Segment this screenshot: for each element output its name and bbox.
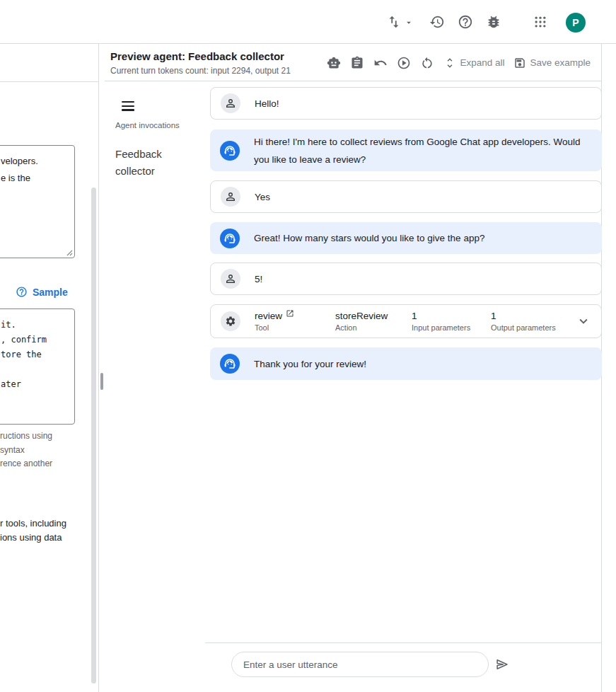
token-count-subtitle: Current turn tokens count: input 2294, o… [110,66,291,76]
agent-avatar-icon [220,229,240,248]
scrollbar-thumb[interactable] [91,188,96,684]
agent-avatar-icon [220,141,240,161]
expand-all-button[interactable]: Expand all [443,57,504,69]
copy-conversation-button[interactable] [350,56,364,70]
undo-button[interactable] [373,56,388,70]
restart-icon [420,56,434,70]
import-export-dropdown-button[interactable] [404,18,414,28]
user-message: 5! [210,263,602,295]
history-icon [429,14,445,30]
message-text: 5! [255,270,262,288]
goal-text-line: e is the [1,170,69,187]
chevron-down-icon [576,313,591,329]
dropdown-caret-icon [404,18,414,28]
input-params-label: Input parameters [412,323,491,332]
preview-toolbar: Expand all Save example [327,44,591,81]
bug-report-button[interactable] [486,14,501,30]
topbar: P [0,0,616,44]
user-message: Hello! [210,87,602,120]
agent-message: Thank you for your review! [210,347,602,380]
send-button[interactable] [494,657,510,672]
save-example-button[interactable]: Save example [513,57,591,69]
hint-line: syntax [0,444,52,458]
section-divider [0,81,99,82]
instruction-text-line: , confirm [1,333,71,347]
invocation-item-feedback-collector[interactable]: Feedback collector [115,146,194,180]
agent-message: Great! How many stars would you like to … [210,222,602,254]
tool-name: review [255,311,282,321]
input-params-count: 1 [412,311,491,321]
unfold-more-icon [443,57,456,69]
tool-type-label: Tool [255,323,335,332]
sample-row: Sample [16,286,68,298]
expand-all-label: Expand all [460,57,504,68]
output-params-count: 1 [491,311,576,321]
action-name: storeReview [335,311,412,321]
user-message: Yes [210,180,602,213]
resize-handle-icon[interactable] [66,250,73,256]
message-text: Great! How many stars would you like to … [254,229,484,247]
panel-resize-handle[interactable] [100,373,103,390]
import-export-icon [386,14,402,30]
goal-text-line: velopers. [1,153,69,170]
preview-title: Preview agent: Feedback collector [110,50,284,62]
instruction-text-line: it. [1,318,71,333]
help-icon [458,14,473,30]
preview-header: Preview agent: Feedback collector Curren… [105,44,601,81]
instructions-hint: ructions using syntax rence another [0,429,52,471]
history-button[interactable] [429,14,445,30]
account-avatar[interactable]: P [566,13,586,33]
goal-textarea[interactable]: velopers. e is the [0,145,75,258]
open-in-new-icon [286,309,294,318]
tool-invocation-card[interactable]: review Tool storeReview Action 1 [210,304,602,338]
hamburger-icon [122,101,134,111]
save-example-label: Save example [530,57,591,68]
apps-grid-icon [533,15,547,29]
robot-icon [327,56,341,70]
hint-line: ructions using [0,429,52,444]
instruction-text-line: tore the [1,347,71,362]
user-avatar-icon [221,269,240,289]
apps-grid-button[interactable] [533,15,547,29]
open-tool-button[interactable] [286,309,294,318]
sample-link[interactable]: Sample [33,287,68,298]
import-export-button[interactable] [386,14,402,30]
instruction-text-line: ater [1,377,71,392]
action-label: Action [335,323,412,332]
note-line: r tools, including [0,517,66,531]
user-avatar-icon [221,93,240,113]
app-window: P velopers. e is the Sample it. , confir… [0,0,616,692]
play-button[interactable] [397,56,411,70]
agent-debug-button[interactable] [327,56,341,70]
agent-avatar-icon [220,354,240,374]
send-icon [494,657,510,672]
hint-line: rence another [0,457,52,471]
message-text: Hi there! I'm here to collect reviews fr… [254,133,585,168]
instructions-textarea[interactable]: it. , confirm tore the ater [0,308,75,425]
utterance-input[interactable] [231,652,489,677]
invocations-heading: Agent invocations [115,121,180,129]
preview-panel: Preview agent: Feedback collector Curren… [105,44,602,692]
help-button[interactable] [458,14,473,30]
help-circle-icon [16,286,28,298]
message-text: Thank you for your review! [254,355,366,373]
tools-note: r tools, including ions using data [0,517,66,545]
instruction-text-line [1,362,71,377]
play-circle-icon [397,56,411,70]
menu-button[interactable] [122,101,134,111]
agent-message: Hi there! I'm here to collect reviews fr… [210,129,602,171]
undo-icon [373,56,388,70]
save-icon [513,57,526,69]
restart-button[interactable] [420,56,434,70]
bug-report-icon [486,14,501,30]
message-text: Hello! [255,95,279,113]
user-avatar-icon [221,187,240,207]
agent-settings-panel: velopers. e is the Sample it. , confirm … [0,44,99,692]
input-divider [205,642,602,643]
expand-tool-button[interactable] [576,313,591,329]
clipboard-icon [350,56,364,70]
output-params-label: Output parameters [491,323,576,332]
tool-gear-icon [221,311,240,331]
note-line: ions using data [0,531,66,545]
message-text: Yes [255,188,270,206]
